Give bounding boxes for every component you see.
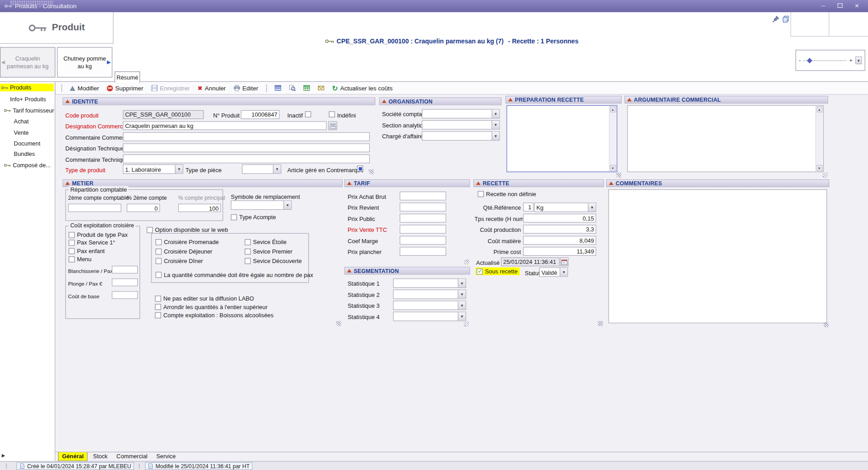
croisiere-promenade-checkbox[interactable]: Croisière Promenade <box>156 239 219 245</box>
designation-technique-input[interactable] <box>123 143 370 152</box>
annuler-button[interactable]: ✖ Annuler <box>194 83 229 93</box>
societe-comptable-select[interactable]: ▼ <box>422 109 500 118</box>
resize-handle[interactable] <box>464 322 469 327</box>
chevron-down-icon[interactable]: ▼ <box>273 165 281 173</box>
type-produit-select[interactable]: 1. Laboratoire ▼ <box>123 164 183 174</box>
resize-handle[interactable] <box>369 169 374 174</box>
chevron-down-icon[interactable]: ▼ <box>283 201 291 209</box>
editer-button[interactable]: Editer <box>230 84 261 93</box>
chevron-down-icon[interactable]: ▼ <box>458 290 466 298</box>
table-view-button[interactable] <box>271 84 284 93</box>
sidebar-item-bundles[interactable]: Bundles <box>14 150 35 157</box>
preparation-recette-textarea[interactable]: ▲▼ <box>506 105 617 172</box>
produit-type-pax-checkbox[interactable]: Produit de type Pax <box>69 231 128 238</box>
resize-handle[interactable] <box>464 260 469 265</box>
chevron-down-icon[interactable]: ▼ <box>491 132 499 140</box>
charge-affaire-select[interactable]: ▼ <box>422 131 500 141</box>
modifier-button[interactable]: Modifier <box>66 84 103 93</box>
code-produit-input[interactable]: CPE_SSR_GAR_000100 <box>123 110 204 119</box>
option-web-checkbox[interactable]: Option disponible sur le web <box>146 226 228 233</box>
commentaire-technique-input[interactable] <box>123 155 370 164</box>
sidebar-item-vente[interactable]: Vente <box>14 129 29 136</box>
prix-plancher-input[interactable] <box>400 247 446 256</box>
chevron-down-icon[interactable]: ▼ <box>175 165 183 173</box>
sidebar-item-tarif-fournisseur[interactable]: Tarif fournisseur <box>4 107 54 113</box>
cout-production-input[interactable]: 3,3 <box>523 225 596 234</box>
scroll-up-icon[interactable]: ▲ <box>610 106 616 112</box>
resize-handle[interactable] <box>616 173 621 178</box>
section-header-preparation-recette[interactable]: PREPARATION RECETTE <box>505 96 622 103</box>
mail-export-button[interactable] <box>314 84 327 93</box>
resize-handle[interactable] <box>336 321 341 326</box>
grid-export-button[interactable] <box>300 84 313 93</box>
cout-matiere-input[interactable]: 8,049 <box>523 236 596 245</box>
scrollbar[interactable]: ▲▼ <box>816 106 823 171</box>
statistique3-select[interactable]: ▼ <box>393 301 466 310</box>
supprimer-button[interactable]: Supprimer <box>104 84 146 93</box>
pax-service-checkbox[interactable]: Pax Service 1° <box>69 239 115 246</box>
sidebar-item-compose-de[interactable]: Composé de... <box>4 162 51 169</box>
tab-service[interactable]: Service <box>153 452 179 461</box>
section-header-organisation[interactable]: ORGANISATION <box>379 98 502 105</box>
chevron-down-icon[interactable]: ▼ <box>458 312 466 320</box>
keypad-button[interactable] <box>328 121 337 130</box>
qte-unit-select[interactable]: Kg▼ <box>534 202 596 212</box>
symbole-remplacement-select[interactable]: ▼ <box>231 200 292 210</box>
arrondir-checkbox[interactable]: Arrondir les quantités à l'entier supéri… <box>155 303 268 310</box>
zoom-out-button[interactable]: - <box>799 57 801 63</box>
num-produit-input[interactable]: 10006847 <box>241 110 280 119</box>
pct2-input[interactable]: 0 <box>127 204 160 212</box>
plonge-input[interactable] <box>112 278 138 286</box>
scroll-down-icon[interactable]: ▼ <box>610 165 616 171</box>
toolbar-grip-dots[interactable] <box>10 0 53 5</box>
sidebar-item-produits[interactable]: Produits <box>0 84 54 91</box>
scrollbar[interactable]: ▲▼ <box>609 106 616 171</box>
chevron-down-icon[interactable]: ▼ <box>560 268 567 276</box>
contremarque-checkbox[interactable] <box>357 165 363 171</box>
statistique4-select[interactable]: ▼ <box>393 312 466 321</box>
statistique1-select[interactable]: ▼ <box>393 278 466 288</box>
section-header-argumentaire[interactable]: ARGUMENTAIRE COMMERCIAL <box>624 96 828 103</box>
product-tab-previous[interactable]: ◀ Craquelin parmesan au kg <box>0 47 55 77</box>
chevron-down-icon[interactable]: ▼ <box>458 301 466 309</box>
zoom-slider-thumb[interactable] <box>807 57 812 63</box>
section-header-commentaires[interactable]: COMMENTAIRES <box>606 179 829 187</box>
type-acompte-checkbox[interactable]: Type Acompte <box>231 214 276 221</box>
croisiere-dejeuner-checkbox[interactable]: Croisière Déjeuner <box>156 248 212 255</box>
section-header-segmentation[interactable]: SEGMENTATION <box>344 267 470 274</box>
tps-recette-input[interactable]: 0,15 <box>523 214 596 223</box>
chevron-down-icon[interactable]: ▼ <box>491 121 499 129</box>
zoom-in-button[interactable]: + <box>849 57 853 63</box>
tab-commercial[interactable]: Commercial <box>113 452 151 461</box>
section-header-recette[interactable]: RECETTE <box>473 179 604 187</box>
prix-revient-input[interactable] <box>400 202 446 212</box>
actualiser-couts-button[interactable]: ↻ Actualiser les coûts <box>329 83 396 93</box>
sidebar-item-document[interactable]: Document <box>14 140 41 147</box>
croisiere-diner-checkbox[interactable]: Croisière Dîner <box>156 258 203 264</box>
boissons-checkbox[interactable]: Compte exploitation : Boissons alcoolisé… <box>155 312 274 319</box>
resize-handle[interactable] <box>824 322 829 327</box>
sidebar-item-info-produits[interactable]: Info+ Produits <box>10 96 46 103</box>
type-piece-select[interactable]: ▼ <box>242 164 281 174</box>
prix-public-input[interactable] <box>400 214 446 223</box>
labo-checkbox[interactable]: Ne pas editer sur la diffusion LABO <box>155 295 254 302</box>
actualise-le-input[interactable]: 25/01/2024 11:36:41 <box>501 258 560 267</box>
section-header-tarif[interactable]: TARIF <box>344 179 470 187</box>
minimize-button[interactable]: ─ <box>821 3 826 9</box>
designation-commerciale-input[interactable]: Craquelin parmesan au kg <box>123 121 327 130</box>
enregistrer-button[interactable]: Enregistrer <box>148 84 193 93</box>
maximize-button[interactable] <box>837 3 842 9</box>
tab-resume[interactable]: Résumé <box>114 71 140 83</box>
sous-recette-checkbox[interactable]: Sous recette <box>476 268 520 275</box>
toolbar-grip[interactable] <box>265 84 267 92</box>
statistique2-select[interactable]: ▼ <box>393 290 466 299</box>
blanchisserie-input[interactable] <box>112 266 138 273</box>
next-arrow-icon[interactable]: ▶ <box>107 59 110 66</box>
tab-general[interactable]: Général <box>58 452 88 461</box>
tab-stock[interactable]: Stock <box>90 452 111 461</box>
argumentaire-textarea[interactable]: ▲▼ <box>627 105 824 172</box>
section-analytique-select[interactable]: ▼ <box>422 120 500 130</box>
close-button[interactable]: ✕ <box>854 3 859 9</box>
resize-handle[interactable] <box>598 321 603 326</box>
pax-enfant-checkbox[interactable]: Pax enfant <box>69 248 105 254</box>
